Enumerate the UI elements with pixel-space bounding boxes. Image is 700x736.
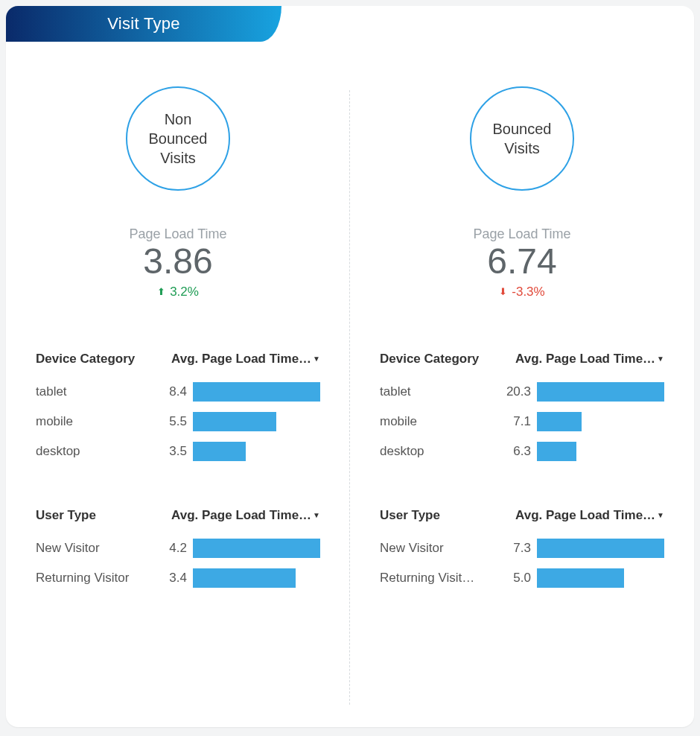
row-bar-cell — [537, 412, 664, 431]
metric-block: Page Load Time 3.86 ⬆︎ 3.2% — [36, 226, 320, 299]
row-bar — [193, 568, 296, 588]
sort-desc-icon: ▼ — [313, 512, 320, 519]
metric-delta: ⬇︎ -3.3% — [380, 285, 664, 299]
row-value: 7.1 — [503, 414, 537, 429]
arrow-down-icon: ⬇︎ — [499, 286, 507, 297]
value-header-text: Avg. Page Load Time… — [515, 352, 655, 367]
row-label: New Visitor — [36, 541, 159, 556]
group-header[interactable]: User Type — [380, 508, 503, 523]
table-row[interactable]: tablet20.3 — [380, 377, 664, 407]
metric-label: Page Load Time — [380, 226, 664, 242]
table-head: Device Category Avg. Page Load Time… ▼ — [380, 352, 664, 367]
row-bar-cell — [193, 568, 320, 588]
row-value: 8.4 — [159, 384, 193, 399]
row-bar — [193, 442, 246, 461]
row-bar — [537, 568, 624, 588]
row-bar-cell — [537, 442, 664, 461]
row-bar — [537, 412, 582, 431]
sort-desc-icon: ▼ — [313, 355, 320, 363]
row-bar-cell — [193, 412, 320, 431]
row-bar — [193, 382, 320, 402]
table-head: User Type Avg. Page Load Time… ▼ — [380, 508, 664, 523]
row-value: 6.3 — [503, 444, 537, 459]
value-header[interactable]: Avg. Page Load Time… ▼ — [159, 508, 320, 523]
row-bar — [193, 539, 320, 558]
table-row[interactable]: desktop3.5 — [36, 437, 320, 466]
table-head: User Type Avg. Page Load Time… ▼ — [36, 508, 320, 523]
panels: Non Bounced Visits Page Load Time 3.86 ⬆… — [6, 6, 694, 727]
row-bar — [537, 442, 576, 461]
row-bar-cell — [537, 539, 664, 558]
row-value: 5.5 — [159, 414, 193, 429]
row-label: Returning Visit… — [380, 571, 503, 586]
row-bar-cell — [193, 442, 320, 461]
table-device-category: Device Category Avg. Page Load Time… ▼ t… — [380, 352, 664, 466]
value-header[interactable]: Avg. Page Load Time… ▼ — [503, 508, 664, 523]
row-label: tablet — [36, 384, 159, 399]
value-header-text: Avg. Page Load Time… — [515, 508, 655, 523]
row-label: mobile — [380, 414, 503, 429]
metric-delta-text: 3.2% — [170, 285, 199, 299]
table-head: Device Category Avg. Page Load Time… ▼ — [36, 352, 320, 367]
row-label: mobile — [36, 414, 159, 429]
row-bar-cell — [537, 568, 664, 588]
value-header-text: Avg. Page Load Time… — [171, 508, 311, 523]
metric-delta-text: -3.3% — [512, 285, 544, 299]
row-label: tablet — [380, 384, 503, 399]
metric-block: Page Load Time 6.74 ⬇︎ -3.3% — [380, 226, 664, 299]
row-bar-cell — [193, 382, 320, 402]
table-device-category: Device Category Avg. Page Load Time… ▼ t… — [36, 352, 320, 466]
row-bar — [193, 412, 276, 431]
row-bar-cell — [193, 539, 320, 558]
visit-type-tab[interactable]: Visit Type — [6, 6, 281, 42]
row-label: Returning Visitor — [36, 571, 159, 586]
segment-label: Bounced Visits — [479, 119, 565, 158]
row-value: 3.4 — [159, 571, 193, 586]
dashboard-card: Visit Type Non Bounced Visits Page Load … — [6, 6, 694, 727]
value-header[interactable]: Avg. Page Load Time… ▼ — [159, 352, 320, 367]
table-row[interactable]: mobile5.5 — [36, 407, 320, 437]
row-label: desktop — [36, 444, 159, 459]
row-value: 20.3 — [503, 384, 537, 399]
table-row[interactable]: tablet8.4 — [36, 377, 320, 407]
metric-value: 6.74 — [380, 242, 664, 282]
table-row[interactable]: mobile7.1 — [380, 407, 664, 437]
row-bar — [537, 539, 664, 558]
table-user-type: User Type Avg. Page Load Time… ▼ New Vis… — [36, 508, 320, 593]
segment-circle-wrap: Bounced Visits — [380, 86, 664, 191]
panel-bounced: Bounced Visits Page Load Time 6.74 ⬇︎ -3… — [350, 42, 694, 727]
table-row[interactable]: Returning Visit…5.0 — [380, 563, 664, 593]
panel-non-bounced: Non Bounced Visits Page Load Time 3.86 ⬆… — [6, 42, 350, 727]
sort-desc-icon: ▼ — [657, 355, 664, 363]
metric-delta: ⬆︎ 3.2% — [36, 285, 320, 299]
table-row[interactable]: New Visitor7.3 — [380, 533, 664, 563]
row-value: 5.0 — [503, 571, 537, 586]
table-user-type: User Type Avg. Page Load Time… ▼ New Vis… — [380, 508, 664, 593]
value-header-text: Avg. Page Load Time… — [171, 352, 311, 367]
segment-circle-wrap: Non Bounced Visits — [36, 86, 320, 191]
metric-label: Page Load Time — [36, 226, 320, 242]
segment-circle[interactable]: Non Bounced Visits — [126, 86, 230, 191]
row-bar-cell — [537, 382, 664, 402]
metric-value: 3.86 — [36, 242, 320, 282]
value-header[interactable]: Avg. Page Load Time… ▼ — [503, 352, 664, 367]
row-value: 4.2 — [159, 541, 193, 556]
row-label: desktop — [380, 444, 503, 459]
segment-label: Non Bounced Visits — [135, 110, 221, 168]
table-row[interactable]: New Visitor4.2 — [36, 533, 320, 563]
row-label: New Visitor — [380, 541, 503, 556]
group-header[interactable]: Device Category — [380, 352, 503, 367]
row-value: 3.5 — [159, 444, 193, 459]
table-row[interactable]: desktop6.3 — [380, 437, 664, 466]
tab-title: Visit Type — [107, 14, 180, 34]
arrow-up-icon: ⬆︎ — [157, 286, 165, 297]
table-row[interactable]: Returning Visitor3.4 — [36, 563, 320, 593]
segment-circle[interactable]: Bounced Visits — [470, 86, 574, 191]
group-header[interactable]: User Type — [36, 508, 159, 523]
row-bar — [537, 382, 664, 402]
group-header[interactable]: Device Category — [36, 352, 159, 367]
sort-desc-icon: ▼ — [657, 512, 664, 519]
row-value: 7.3 — [503, 541, 537, 556]
